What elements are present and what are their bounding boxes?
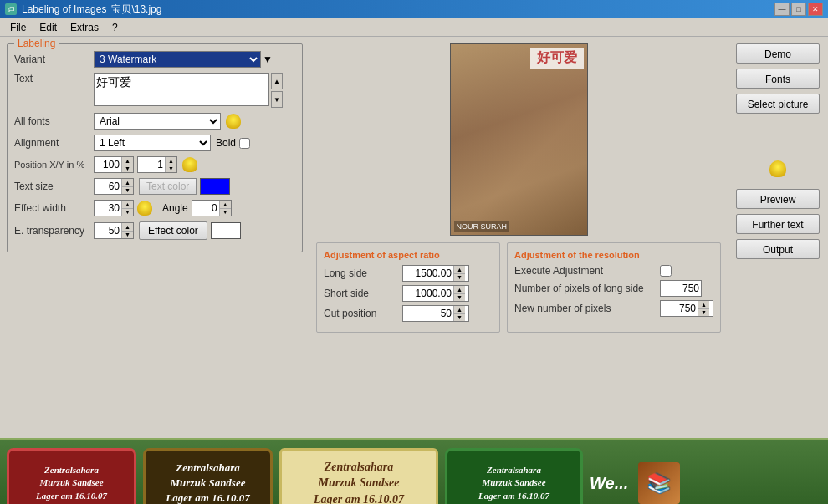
bulb-icon-effect [137, 201, 152, 216]
new-pixels-input[interactable]: ▲ ▼ [660, 300, 713, 317]
banner-card-4: ZentralsaharaMurzuk SandseeLager am 16.1… [445, 448, 583, 505]
e-transparency-label: E. transparency [14, 225, 94, 237]
variant-select[interactable]: 3 Watermark [94, 51, 261, 68]
image-container: 好可爱 好可爱 NOUR SURAH [450, 43, 588, 236]
angle-label: Angle [162, 202, 188, 214]
banner-card-1-text: ZentralsaharaMurzuk SandseeLager am 16.1… [36, 464, 107, 502]
short-side-label: Short side [324, 288, 399, 299]
pos-x-input[interactable]: ▲ ▼ [94, 156, 134, 173]
effect-width-value[interactable] [95, 201, 121, 216]
banner-card-2-text: ZentralsaharaMurzuk SandseeLager am 16.1… [166, 461, 249, 504]
pos-x-down[interactable]: ▼ [122, 165, 133, 173]
text-size-down[interactable]: ▼ [122, 187, 133, 195]
short-side-value[interactable] [403, 286, 453, 301]
aspect-ratio-title: Adjustment of aspect ratio [324, 250, 493, 260]
demo-button[interactable]: Demo [736, 43, 820, 64]
effect-width-down[interactable]: ▼ [122, 209, 133, 216]
cut-position-input[interactable]: ▲ ▼ [402, 305, 469, 322]
long-side-down[interactable]: ▼ [454, 274, 465, 282]
long-pixels-value[interactable] [660, 280, 702, 297]
text-size-up[interactable]: ▲ [122, 179, 133, 187]
angle-input[interactable]: ▲ ▼ [192, 200, 232, 216]
pos-y-input[interactable]: ▲ ▼ [137, 156, 177, 173]
long-side-value[interactable] [403, 266, 453, 281]
app-icon: 🏷 [5, 3, 17, 15]
right-panel: Demo Fonts Select picture Preview Furthe… [728, 37, 828, 438]
adjustment-section: Adjustment of aspect ratio Long side ▲ ▼… [316, 242, 721, 333]
variant-label: Variant [14, 53, 94, 65]
bottom-banner: ZentralsaharaMurzuk SandseeLager am 16.1… [0, 438, 828, 504]
e-transparency-down[interactable]: ▼ [122, 232, 133, 239]
execute-checkbox[interactable] [660, 265, 672, 277]
fonts-button[interactable]: Fonts [736, 69, 820, 89]
menu-file[interactable]: File [3, 20, 33, 35]
effect-width-up[interactable]: ▲ [122, 201, 133, 209]
text-input[interactable]: 好可爱 [94, 73, 269, 106]
new-pixels-up[interactable]: ▲ [698, 301, 709, 309]
menu-bar: File Edit Extras ? [0, 18, 828, 37]
pos-x-value[interactable] [95, 157, 121, 172]
cut-position-value[interactable] [403, 306, 453, 321]
new-pixels-down[interactable]: ▼ [698, 309, 709, 317]
effect-color-button[interactable]: Effect color [139, 221, 207, 240]
banner-card-4-text: ZentralsaharaMurzuk SandseeLager am 16.1… [478, 464, 549, 502]
banner-card-3: ZentralsaharaMurzuk SandseeLager am 16.1… [279, 448, 438, 505]
further-text-button[interactable]: Further text [736, 214, 820, 234]
menu-edit[interactable]: Edit [33, 20, 64, 35]
angle-value[interactable] [192, 201, 219, 216]
labeling-panel: Labeling Variant 3 Watermark ▼ Text 好可爱 … [0, 37, 309, 438]
alignment-label: Alignment [14, 137, 94, 149]
new-pixels-label: New number of pixels [514, 303, 657, 314]
text-color-button[interactable]: Text color [139, 178, 197, 195]
banner-book-icon: 📚 [638, 462, 680, 504]
all-fonts-label: All fonts [14, 115, 94, 127]
new-pixels-value[interactable] [661, 301, 698, 316]
e-transparency-input[interactable]: ▲ ▼ [94, 222, 134, 239]
pos-y-up[interactable]: ▲ [166, 157, 176, 165]
pos-y-value[interactable] [138, 157, 165, 172]
pos-y-down[interactable]: ▼ [166, 165, 176, 173]
cut-position-up[interactable]: ▲ [454, 306, 465, 314]
text-scroll-down[interactable]: ▼ [271, 91, 283, 108]
e-transparency-up[interactable]: ▲ [122, 223, 133, 232]
angle-up[interactable]: ▲ [220, 201, 231, 209]
output-button[interactable]: Output [736, 239, 820, 259]
effect-width-input[interactable]: ▲ ▼ [94, 200, 134, 216]
cut-position-down[interactable]: ▼ [454, 314, 465, 322]
banner-card-2: ZentralsaharaMurzuk SandseeLager am 16.1… [143, 448, 273, 505]
long-side-label: Long side [324, 267, 399, 279]
angle-down[interactable]: ▼ [220, 209, 231, 216]
text-scroll-up[interactable]: ▲ [271, 73, 283, 89]
banner-arrow: We... [590, 474, 628, 493]
watermark-overlay: 好可爱 [530, 48, 584, 69]
text-size-input[interactable]: ▲ ▼ [94, 178, 134, 195]
cut-position-label: Cut position [324, 308, 399, 319]
image-preview: 好可爱 [451, 44, 587, 235]
short-side-input[interactable]: ▲ ▼ [402, 285, 469, 302]
alignment-select[interactable]: 1 Left [94, 135, 211, 151]
minimize-button[interactable]: — [774, 3, 790, 16]
bulb-icon-font [226, 114, 241, 129]
menu-extras[interactable]: Extras [64, 20, 105, 35]
long-side-input[interactable]: ▲ ▼ [402, 265, 469, 282]
effect-color-swatch[interactable] [211, 222, 241, 239]
banner-card-3-text: ZentralsaharaMurzuk SandseeLager am 16.1… [314, 459, 404, 504]
pos-x-up[interactable]: ▲ [122, 157, 133, 165]
aspect-ratio-panel: Adjustment of aspect ratio Long side ▲ ▼… [316, 242, 500, 333]
short-side-down[interactable]: ▼ [454, 294, 465, 302]
short-side-up[interactable]: ▲ [454, 286, 465, 294]
text-size-value[interactable] [95, 179, 121, 194]
bulb-icon-right [769, 160, 786, 177]
close-button[interactable]: ✕ [808, 3, 823, 16]
bold-label: Bold [216, 137, 236, 149]
maximize-button[interactable]: □ [791, 3, 806, 16]
long-side-up[interactable]: ▲ [454, 266, 465, 274]
resolution-panel: Adjustment of the resolution Execute Adj… [507, 242, 721, 333]
text-color-swatch[interactable] [200, 178, 230, 195]
menu-help[interactable]: ? [105, 20, 125, 35]
e-transparency-value[interactable] [95, 223, 121, 238]
bold-checkbox[interactable] [239, 138, 250, 149]
preview-button[interactable]: Preview [736, 189, 820, 209]
font-select[interactable]: Arial [94, 113, 221, 130]
select-picture-button[interactable]: Select picture [736, 94, 820, 114]
